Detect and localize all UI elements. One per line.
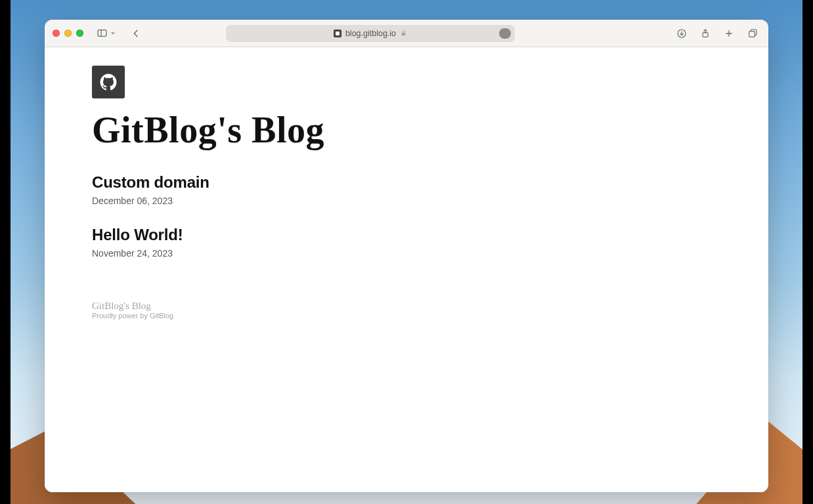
- window-controls: [53, 30, 83, 37]
- post-item: Custom domain December 06, 2023: [92, 173, 721, 206]
- post-title-link[interactable]: Custom domain: [92, 173, 721, 192]
- address-bar[interactable]: blog.gitblog.io: [226, 25, 515, 42]
- new-tab-button[interactable]: [721, 26, 737, 41]
- blog-footer: GitBlog's Blog Proudly power by GitBlog: [92, 301, 721, 320]
- post-date: November 24, 2023: [92, 248, 721, 259]
- reader-mode-button[interactable]: [499, 28, 511, 39]
- share-button[interactable]: [697, 26, 713, 41]
- back-button[interactable]: [128, 26, 144, 41]
- sidebar-icon: [97, 28, 108, 39]
- sidebar-toggle-button[interactable]: [94, 28, 119, 39]
- downloads-button[interactable]: [674, 26, 690, 41]
- tabs-icon: [747, 28, 758, 39]
- footer-credit: Proudly power by GitBlog: [92, 312, 721, 320]
- page-content[interactable]: GitBlog's Blog Custom domain December 06…: [45, 47, 768, 492]
- screen: blog.gitblog.io: [0, 0, 813, 504]
- window-minimize-button[interactable]: [64, 30, 72, 37]
- svg-rect-3: [402, 33, 406, 35]
- window-close-button[interactable]: [53, 30, 60, 37]
- download-icon: [676, 28, 687, 39]
- chevron-down-icon: [110, 30, 116, 37]
- lock-icon: [400, 30, 407, 37]
- browser-window: blog.gitblog.io: [45, 20, 768, 492]
- toolbar-right-group: [674, 26, 760, 41]
- window-fullscreen-button[interactable]: [76, 30, 83, 37]
- octocat-icon: [99, 72, 118, 92]
- chevron-left-icon: [131, 28, 141, 39]
- svg-rect-10: [749, 31, 755, 37]
- footer-site-title: GitBlog's Blog: [92, 301, 721, 312]
- post-title-link[interactable]: Hello World!: [92, 226, 721, 244]
- svg-rect-0: [98, 30, 106, 37]
- post-date: December 06, 2023: [92, 196, 721, 206]
- browser-toolbar: blog.gitblog.io: [45, 20, 768, 47]
- site-favicon-icon: [334, 30, 341, 37]
- desktop-wallpaper: blog.gitblog.io: [11, 0, 802, 504]
- share-icon: [700, 28, 711, 39]
- site-logo[interactable]: [92, 66, 125, 98]
- plus-icon: [724, 28, 734, 39]
- tabs-overview-button[interactable]: [745, 26, 760, 41]
- post-item: Hello World! November 24, 2023: [92, 226, 721, 259]
- blog-title: GitBlog's Blog: [92, 109, 721, 151]
- svg-rect-2: [336, 32, 340, 35]
- address-url: blog.gitblog.io: [345, 29, 396, 38]
